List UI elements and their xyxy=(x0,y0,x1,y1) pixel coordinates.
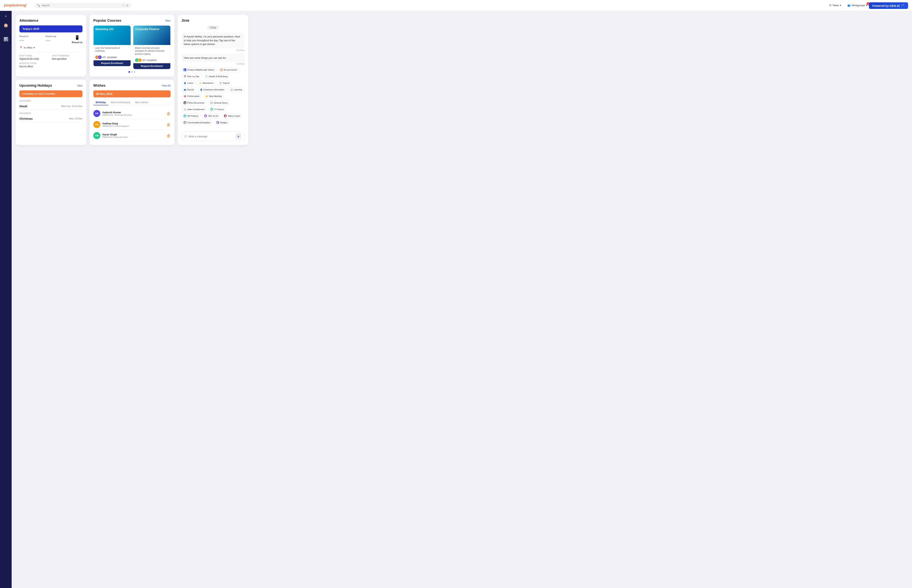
chat-input[interactable] xyxy=(188,135,234,138)
quick-actions: ▶ Product Walkthrough Videos ? Do you kn… xyxy=(181,67,245,125)
wishes-card: Wishes View All 20 Nov, 2023 Birthday Wo… xyxy=(89,80,175,145)
clear-search-icon[interactable]: ✕ xyxy=(122,4,125,7)
qa-btn-it-policies[interactable]: ⬤ IT Policies xyxy=(208,107,226,112)
qa-label-product-walkthrough: Product Walkthrough Videos xyxy=(187,69,214,71)
send-button[interactable]: ➤ xyxy=(235,133,241,139)
courses-view-link[interactable]: View xyxy=(165,19,170,22)
wish-meta-0: DM001234 | Technical Architect xyxy=(102,114,164,116)
qa-icon-learning: 📖 xyxy=(230,88,233,91)
qa-label-learning: Learning xyxy=(234,89,242,91)
qa-btn-payroll[interactable]: 📋 Payroll xyxy=(217,81,232,86)
avatar-0-1: B xyxy=(98,55,102,59)
shift-premises-label: SHIFT PREMISES xyxy=(52,55,83,57)
tab-new-joinee[interactable]: New Joinee xyxy=(133,100,151,105)
wish-info-2: Aarav Singh DM001234 | Data Architect xyxy=(102,133,164,138)
wish-info-1: Aadhya Garg DM001234 | Cloud Engineer xyxy=(102,122,164,127)
today-badge: Today xyxy=(181,26,245,30)
qa-btn-policy-docs[interactable]: ⬤ Policy Documents xyxy=(181,100,206,105)
qa-label-leave: Leave xyxy=(187,82,193,84)
dot-0[interactable] xyxy=(128,71,130,73)
qa-btn-recruit[interactable]: 👥 Recruit xyxy=(181,87,196,92)
qa-btn-nudges[interactable]: ⬤ Nudges xyxy=(214,120,230,125)
qa-btn-general-query[interactable]: 💬 General Query xyxy=(208,100,230,105)
attendance-card: Attendance Today's Shift Punch in --:-- … xyxy=(16,15,86,77)
today-label: Today xyxy=(207,26,219,30)
shift-name-value: Night(19:00-4:00) xyxy=(19,57,50,60)
punch-out-time: --:-- xyxy=(45,39,69,42)
tab-birthday[interactable]: Birthday xyxy=(93,100,108,105)
qa-btn-do-you-know[interactable]: ? Do you know? xyxy=(218,67,240,72)
wishes-date: 20 Nov, 2023 xyxy=(93,90,170,97)
gen-ai-icon: 🪄 xyxy=(901,4,905,7)
gen-ai-banner: Powered by GEN-AI 🪄 xyxy=(869,2,908,9)
qa-label-it-policies: IT Policies xyxy=(214,108,224,111)
location-row[interactable]: 📍 In office ▾ xyxy=(19,46,83,49)
christmas-name: Christmas xyxy=(19,117,32,120)
qa-label-sales-enablement: Sales Enablement xyxy=(187,108,204,111)
attendance-title: Attendance xyxy=(19,19,83,23)
dot-1[interactable] xyxy=(131,71,133,73)
enroll-btn-1[interactable]: Request Enrollment xyxy=(133,63,170,69)
sidebar-toggle[interactable]: » xyxy=(3,13,8,19)
qa-btn-conv-analytics[interactable]: ⬤ Conversational Analytics xyxy=(181,120,213,125)
course-desc-0: Learn the fundamentals of marketing. xyxy=(94,45,131,54)
ask-time: 11:24 am xyxy=(181,63,245,65)
holiday-christmas: Christmas Mon, 25 Dec xyxy=(19,116,83,122)
qa-btn-performance[interactable]: 🎯 Performance xyxy=(181,94,202,99)
courses-header: Popular Courses View xyxy=(93,19,170,23)
greeting-bubble: Hi Ayushi Mehta, I'm your personal assis… xyxy=(181,32,245,48)
qa-btn-employee-info[interactable]: 👤 Employee Information xyxy=(198,87,227,92)
wishes-title: Wishes xyxy=(93,84,105,88)
qa-btn-attendance[interactable]: 🗓 Attendance xyxy=(197,81,215,86)
wish-initials-1: AG xyxy=(95,123,99,126)
qa-icon-it-policies: ⬤ xyxy=(211,108,213,111)
sidebar-item-home[interactable]: 🏠 xyxy=(2,21,10,29)
wish-cake-icon-1: 🎂 xyxy=(166,122,170,127)
workgroups-button[interactable]: 👥 Workgroups ▾ xyxy=(846,3,869,8)
punch-row: Punch in --:-- Punch out --:-- 📱 Punch i… xyxy=(19,35,83,44)
qa-btn-start-meeting[interactable]: 🤝 Start Meeting xyxy=(203,94,224,99)
logo[interactable]: peoplestrong+ xyxy=(4,3,27,7)
dot-2[interactable] xyxy=(134,71,135,73)
wish-avatar-1: AG xyxy=(93,121,100,128)
search-bar[interactable]: 🔍 ✕ ⚙ xyxy=(34,3,131,8)
qa-label-talent-coach: Talent Coach xyxy=(228,115,240,117)
tab-work-anniversary[interactable]: Work Anniversary xyxy=(108,100,133,105)
qa-label-do-you-know: Do you know? xyxy=(224,69,237,71)
wishes-view-all-link[interactable]: View All xyxy=(162,84,170,87)
qa-label-performance: Performance xyxy=(187,95,199,97)
punch-btn-col: 📱 Punch in xyxy=(72,35,83,44)
qa-icon-performance: 🎯 xyxy=(183,95,186,97)
qa-btn-learning[interactable]: 📖 Learning xyxy=(228,87,244,92)
qa-label-general-query: General Query xyxy=(214,102,228,104)
qa-btn-sales-enablement[interactable]: 🔍 Sales Enablement xyxy=(181,107,207,112)
wish-avatar-0: AK xyxy=(93,110,100,117)
qa-icon-health: 🛡 xyxy=(205,75,208,78)
cards-grid: Attendance Today's Shift Punch in --:-- … xyxy=(16,15,248,145)
qa-icon-product-walkthrough: ▶ xyxy=(183,68,186,71)
tasks-button[interactable]: ☑ Tasks ▾ xyxy=(828,3,843,8)
december-label: DECEMBER xyxy=(19,112,83,115)
enroll-btn-0[interactable]: Request Enrollment xyxy=(94,60,131,66)
working-from-label: WORKING FROM xyxy=(19,62,83,65)
wish-initials-2: AB xyxy=(95,134,98,137)
search-input[interactable] xyxy=(42,4,121,7)
jinie-card: Jinie Today Hi Ayushi Mehta, I'm your pe… xyxy=(178,15,248,145)
qa-btn-yee[interactable]: ⬤ YEE 23-24 xyxy=(202,113,220,118)
filter-icon[interactable]: ⚙ xyxy=(126,4,128,7)
qa-btn-talent-coach[interactable]: ⬤ Talent Coach xyxy=(222,113,242,118)
qa-btn-plan-day[interactable]: 📅 Plan my Day xyxy=(181,74,201,79)
tasks-label: Tasks xyxy=(833,4,839,7)
wishes-tabs: Birthday Work Anniversary New Joinee xyxy=(93,100,170,105)
qa-btn-product-walkthrough[interactable]: ▶ Product Walkthrough Videos xyxy=(181,67,216,72)
qa-btn-leave[interactable]: 👤 Leave xyxy=(181,81,195,86)
qa-label-nudges: Nudges xyxy=(220,121,227,124)
holidays-view-link[interactable]: View xyxy=(77,84,83,87)
qa-icon-do-you-know: ? xyxy=(220,68,223,71)
qa-btn-health[interactable]: 🛡 Health & Well-being xyxy=(203,74,230,79)
gen-ai-text: Powered by GEN-AI xyxy=(872,4,900,7)
punch-in-button[interactable]: Punch in xyxy=(72,41,83,44)
sidebar-item-analytics[interactable]: 📊 xyxy=(2,35,10,44)
qa-btn-hr-policies[interactable]: ⬤ HR Policies xyxy=(181,113,201,118)
qa-label-yee: YEE 23-24 xyxy=(208,115,218,117)
